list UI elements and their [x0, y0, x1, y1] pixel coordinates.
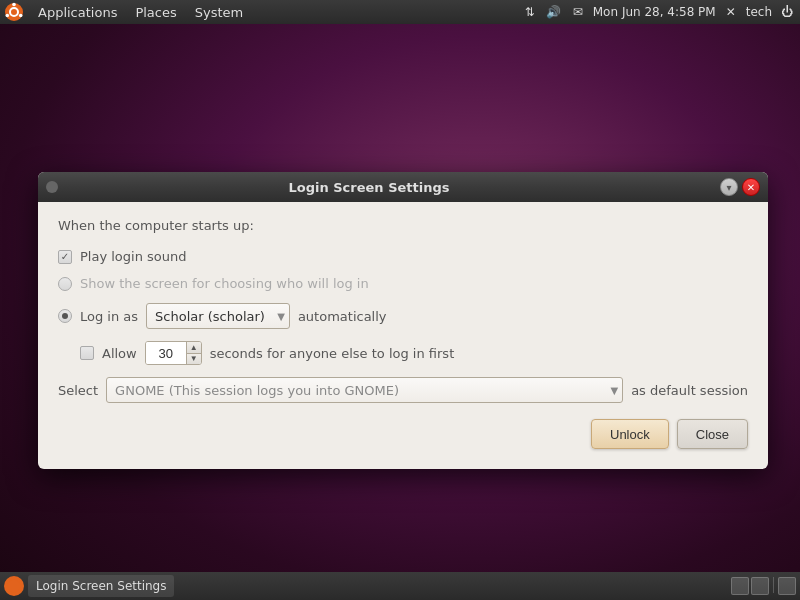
menu-system[interactable]: System — [187, 0, 251, 24]
menu-places[interactable]: Places — [127, 0, 184, 24]
svg-point-2 — [12, 3, 16, 7]
ubuntu-logo-icon[interactable] — [4, 2, 24, 22]
taskbar-btn-1[interactable] — [731, 577, 749, 595]
log-in-as-radio[interactable] — [58, 309, 72, 323]
log-in-as-row: Log in as Scholar (scholar) ▼ automatica… — [58, 303, 748, 329]
datetime-display: Mon Jun 28, 4:58 PM — [593, 5, 716, 19]
svg-point-5 — [8, 580, 21, 593]
taskbar-right-controls — [731, 577, 796, 595]
seconds-decrement-button[interactable]: ▼ — [187, 354, 201, 365]
seconds-suffix-label: seconds for anyone else to log in first — [210, 346, 455, 361]
close-dialog-button[interactable]: Close — [677, 419, 748, 449]
mail-icon[interactable]: ✉ — [569, 3, 587, 21]
power-icon[interactable]: ⏻ — [778, 3, 796, 21]
play-login-sound-label: Play login sound — [80, 249, 187, 264]
dialog-content: When the computer starts up: Play login … — [38, 202, 768, 469]
seconds-spinners: ▲ ▼ — [186, 342, 201, 364]
button-row: Unlock Close — [58, 419, 748, 449]
play-login-sound-checkbox[interactable] — [58, 250, 72, 264]
taskbar: Login Screen Settings — [0, 572, 800, 600]
desktop: Login Screen Settings ▾ ✕ When the compu… — [0, 24, 800, 600]
automatically-label: automatically — [298, 309, 387, 324]
select-prefix-label: Select — [58, 383, 98, 398]
dialog-title: Login Screen Settings — [66, 180, 672, 195]
user-dropdown-arrow-icon: ▼ — [277, 311, 285, 322]
user-icon[interactable]: ✕ — [722, 3, 740, 21]
taskbar-separator — [773, 577, 774, 593]
seconds-input[interactable] — [146, 342, 186, 364]
as-default-session-label: as default session — [631, 383, 748, 398]
menu-applications[interactable]: Applications — [30, 0, 125, 24]
play-login-sound-row: Play login sound — [58, 249, 748, 264]
allow-row: Allow ▲ ▼ seconds for anyone else to log… — [58, 341, 748, 365]
taskbar-window-item[interactable]: Login Screen Settings — [28, 575, 174, 597]
panel-left: Applications Places System — [4, 0, 251, 24]
session-dropdown[interactable]: GNOME (This session logs you into GNOME)… — [106, 377, 623, 403]
session-dropdown-arrow-icon: ▼ — [610, 385, 618, 396]
svg-point-4 — [6, 14, 10, 18]
show-screen-label: Show the screen for choosing who will lo… — [80, 276, 369, 291]
volume-icon[interactable]: 🔊 — [545, 3, 563, 21]
log-in-as-label: Log in as — [80, 309, 138, 324]
unlock-button[interactable]: Unlock — [591, 419, 669, 449]
network-icon[interactable]: ⇅ — [521, 3, 539, 21]
show-screen-row: Show the screen for choosing who will lo… — [58, 276, 748, 291]
username-display: tech — [746, 5, 772, 19]
top-panel: Applications Places System ⇅ 🔊 ✉ Mon Jun… — [0, 0, 800, 24]
seconds-increment-button[interactable]: ▲ — [187, 342, 201, 354]
dialog-subtitle: When the computer starts up: — [58, 218, 748, 233]
dialog-titlebar: Login Screen Settings ▾ ✕ — [38, 172, 768, 202]
dialog-dot — [46, 181, 58, 193]
taskbar-ubuntu-icon — [4, 576, 24, 596]
dialog-controls: ▾ ✕ — [720, 178, 760, 196]
svg-point-3 — [19, 14, 23, 18]
user-dropdown-value: Scholar (scholar) — [155, 309, 265, 324]
show-screen-radio[interactable] — [58, 277, 72, 291]
dialog-close-button[interactable]: ✕ — [742, 178, 760, 196]
allow-label: Allow — [102, 346, 137, 361]
session-row: Select GNOME (This session logs you into… — [58, 377, 748, 403]
taskbar-app-name: Login Screen Settings — [36, 579, 166, 593]
allow-checkbox[interactable] — [80, 346, 94, 360]
session-dropdown-value: GNOME (This session logs you into GNOME) — [115, 383, 399, 398]
login-screen-settings-dialog: Login Screen Settings ▾ ✕ When the compu… — [38, 172, 768, 469]
panel-right: ⇅ 🔊 ✉ Mon Jun 28, 4:58 PM ✕ tech ⏻ — [521, 3, 796, 21]
taskbar-btn-2[interactable] — [751, 577, 769, 595]
seconds-input-container: ▲ ▼ — [145, 341, 202, 365]
user-dropdown[interactable]: Scholar (scholar) ▼ — [146, 303, 290, 329]
taskbar-btn-3[interactable] — [778, 577, 796, 595]
dialog-minimize-button[interactable]: ▾ — [720, 178, 738, 196]
